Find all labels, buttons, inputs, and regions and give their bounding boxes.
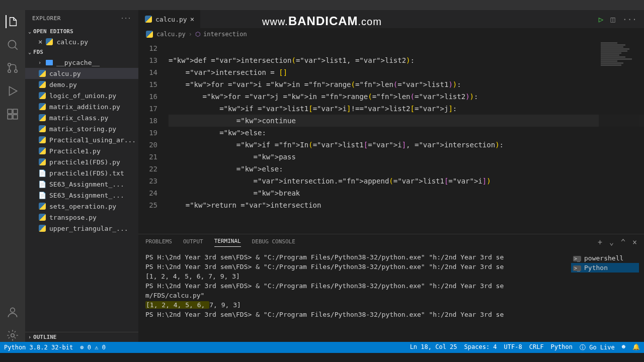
status-problems[interactable]: ⊗ 0 ⚠ 0: [80, 344, 106, 351]
terminal-list: powershell Python: [566, 250, 644, 342]
search-icon[interactable]: [6, 38, 19, 51]
file-tree-item[interactable]: transpose.py: [25, 212, 138, 223]
extensions-icon[interactable]: [6, 108, 19, 121]
line-gutter: 1213141516171819202122232425: [138, 40, 164, 234]
file-icon: [38, 202, 46, 210]
python-file-icon: [45, 38, 53, 46]
files-icon[interactable]: [6, 15, 19, 28]
file-tree-item[interactable]: Practical1_using_ar...: [25, 134, 138, 145]
file-tree-item[interactable]: logic_of_union.py: [25, 90, 138, 101]
file-icon: [38, 158, 46, 166]
settings-gear-icon[interactable]: [6, 329, 19, 342]
file-icon: [38, 136, 46, 144]
file-tree-item[interactable]: practicle1(FDS).txt: [25, 167, 138, 178]
file-tree-item[interactable]: matrix_addition.py: [25, 101, 138, 112]
file-tree-item[interactable]: matrix_storing.py: [25, 123, 138, 134]
title-bar: [0, 0, 644, 10]
file-tree-item[interactable]: demo.py: [25, 79, 138, 90]
breadcrumb[interactable]: calcu.py › ⬡ intersection: [138, 28, 644, 40]
folder-icon: [45, 58, 53, 66]
minimap[interactable]: [599, 40, 644, 234]
file-icon: [38, 191, 46, 199]
file-icon: [38, 169, 46, 177]
terminal-item[interactable]: Python: [571, 263, 639, 273]
python-file-icon: [145, 30, 153, 38]
terminal-output[interactable]: PS H:\2nd Year 3rd sem\FDS> & "C:/Progra…: [138, 250, 566, 342]
status-eol[interactable]: CRLF: [529, 343, 544, 352]
debug-console-tab[interactable]: DEBUG CONSOLE: [252, 238, 295, 247]
output-tab[interactable]: OUTPUT: [183, 238, 203, 247]
file-icon: [38, 103, 46, 111]
status-cursor-position[interactable]: Ln 18, Col 25: [410, 343, 457, 352]
account-icon[interactable]: [6, 306, 19, 319]
split-editor-icon[interactable]: ◫: [610, 15, 615, 24]
svg-rect-6: [8, 115, 12, 119]
more-icon[interactable]: ···: [121, 15, 131, 22]
status-go-live[interactable]: ⓘ Go Live: [580, 343, 615, 352]
close-panel-icon[interactable]: ×: [632, 238, 637, 247]
chevron-down-icon: ⌄: [28, 29, 31, 34]
close-icon[interactable]: ×: [38, 38, 42, 46]
source-control-icon[interactable]: [6, 61, 19, 74]
editor-area: calcu.py × ▷ ◫ ··· calcu.py › ⬡ intersec…: [138, 10, 644, 342]
terminal-dropdown-icon[interactable]: ⌄: [609, 238, 614, 247]
status-python-version[interactable]: Python 3.8.2 32-bit: [4, 344, 73, 351]
status-language[interactable]: Python: [551, 343, 573, 352]
file-tree-item[interactable]: Practicle1.py: [25, 145, 138, 156]
svg-point-9: [11, 334, 15, 337]
file-tree-item[interactable]: calcu.py: [25, 68, 138, 79]
python-file-icon: [144, 15, 152, 23]
file-icon: [38, 224, 46, 232]
file-tree-item[interactable]: ›__pycache__: [25, 57, 138, 68]
svg-rect-7: [13, 115, 18, 119]
file-tree-item[interactable]: matrix_class.py: [25, 112, 138, 123]
more-icon[interactable]: ···: [622, 15, 637, 24]
open-editors-section[interactable]: ⌄ OPEN EDITORS: [25, 27, 138, 36]
file-tree-item[interactable]: practicle1(FDS).py: [25, 156, 138, 167]
file-icon: [38, 180, 46, 188]
svg-point-2: [15, 70, 17, 72]
file-icon: [38, 213, 46, 221]
explorer-header: EXPLORER ···: [25, 10, 138, 27]
activity-bar: [0, 10, 25, 342]
explorer-sidebar: EXPLORER ··· ⌄ OPEN EDITORS × calcu.py ⌄…: [25, 10, 138, 342]
svg-rect-4: [8, 109, 12, 114]
file-tree-item[interactable]: SE63_Assignment_...: [25, 190, 138, 201]
file-icon: [38, 92, 46, 100]
terminal-icon: [573, 254, 581, 262]
status-feedback-icon[interactable]: ☻: [622, 343, 625, 352]
svg-rect-5: [13, 109, 18, 114]
terminal-item[interactable]: powershell: [571, 253, 639, 263]
svg-point-8: [11, 308, 15, 312]
code-content[interactable]: ="kw">def ="var">intersection(="var">lis…: [164, 40, 644, 234]
status-encoding[interactable]: UTF-8: [504, 343, 522, 352]
file-icon: [38, 80, 46, 88]
problems-tab[interactable]: PROBLEMS: [145, 238, 172, 247]
file-icon: [38, 69, 46, 77]
panel-tabs: PROBLEMS OUTPUT TERMINAL DEBUG CONSOLE +…: [138, 234, 644, 250]
file-icon: [38, 114, 46, 122]
open-editor-item[interactable]: × calcu.py: [25, 36, 138, 47]
maximize-panel-icon[interactable]: ^: [621, 238, 625, 247]
outline-section[interactable]: › OUTLINE: [25, 332, 138, 342]
new-terminal-icon[interactable]: +: [598, 238, 602, 247]
code-editor[interactable]: 1213141516171819202122232425 ="kw">def =…: [138, 40, 644, 234]
close-icon[interactable]: ×: [190, 15, 194, 23]
file-icon: [38, 125, 46, 133]
chevron-down-icon: ⌄: [28, 49, 31, 55]
folder-section[interactable]: ⌄ FDS: [25, 47, 138, 57]
run-icon[interactable]: ▷: [599, 15, 604, 24]
chevron-right-icon: ›: [28, 334, 31, 340]
file-tree-item[interactable]: upper_triangular_...: [25, 223, 138, 234]
file-icon: [38, 147, 46, 155]
editor-tab[interactable]: calcu.py ×: [138, 10, 201, 28]
terminal-tab[interactable]: TERMINAL: [214, 238, 241, 247]
file-tree-item[interactable]: sets_operation.py: [25, 201, 138, 212]
status-bar: Python 3.8.2 32-bit ⊗ 0 ⚠ 0 Ln 18, Col 2…: [0, 342, 644, 353]
bottom-panel: PROBLEMS OUTPUT TERMINAL DEBUG CONSOLE +…: [138, 234, 644, 342]
svg-point-3: [8, 70, 11, 72]
status-indentation[interactable]: Spaces: 4: [464, 343, 497, 352]
status-notifications-icon[interactable]: 🔔: [632, 343, 640, 352]
file-tree-item[interactable]: SE63_Assignment_...: [25, 178, 138, 190]
debug-icon[interactable]: [6, 84, 19, 98]
